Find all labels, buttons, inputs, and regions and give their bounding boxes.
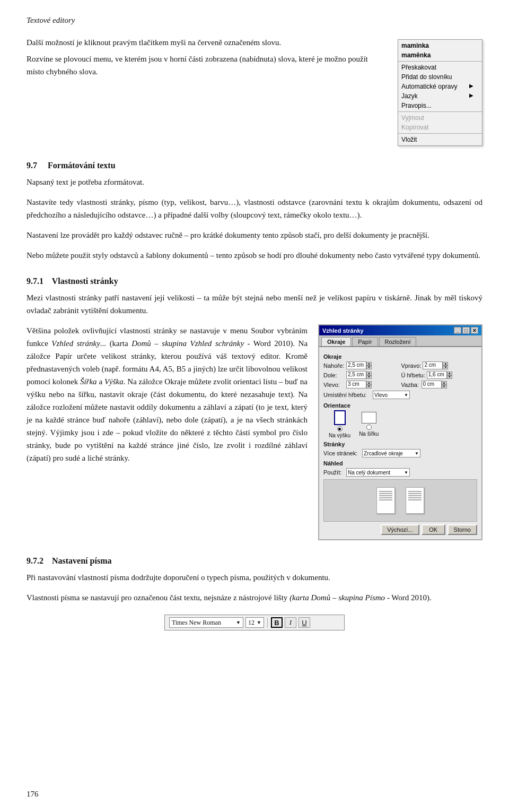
- vpravo-down[interactable]: ▼: [443, 366, 448, 369]
- nahore-spinners: ▲ ▼: [366, 362, 372, 369]
- context-menu-item-vlozit[interactable]: Vložit: [398, 135, 482, 144]
- dialog-uhrbetu-input[interactable]: 1,6 cm ▲ ▼: [427, 371, 452, 379]
- orient-landscape[interactable]: Na šířku: [359, 412, 379, 437]
- underline-button[interactable]: U: [299, 617, 310, 628]
- preview-line: [379, 493, 392, 494]
- font-toolbar: Times New Roman ▼ 12 ▼ B I U: [164, 615, 345, 630]
- vazba-down[interactable]: ▼: [442, 385, 447, 388]
- dole-down[interactable]: ▼: [366, 375, 372, 379]
- uhrbetu-spinners: ▲ ▼: [447, 372, 452, 379]
- preview-lines-left: [379, 491, 392, 502]
- vazba-up[interactable]: ▲: [442, 381, 447, 385]
- dialog-close-btn[interactable]: ✕: [471, 327, 478, 334]
- context-menu-item-mamenka[interactable]: maměnka: [398, 50, 482, 60]
- bold-button[interactable]: B: [271, 617, 283, 628]
- preview-line: [379, 497, 392, 498]
- dialog-vice-dropdown[interactable]: Zrcadlové okraje ▼: [362, 449, 420, 457]
- vice-arrow-icon: ▼: [415, 451, 419, 456]
- section-97-para3: Nebo můžete použít styly odstavců a šabl…: [27, 249, 482, 262]
- vlevo-down[interactable]: ▼: [366, 385, 372, 388]
- dialog-vpravo-input[interactable]: 2 cm ▲ ▼: [423, 361, 448, 369]
- uhrbetu-field[interactable]: 1,6 cm: [427, 371, 447, 379]
- dialog-ok-btn[interactable]: OK: [422, 524, 445, 535]
- dialog-vzhled: Vzhled stránky _ □ ✕ Okraje Papír Rozlož…: [318, 324, 482, 540]
- orient-landscape-label: Na šířku: [359, 431, 379, 437]
- dialog-maximize-btn[interactable]: □: [462, 327, 470, 334]
- dialog-tab-papir[interactable]: Papír: [352, 337, 378, 346]
- vazba-field[interactable]: 0 cm: [422, 381, 442, 388]
- context-menu-separator-1: [398, 61, 482, 62]
- nahore-up[interactable]: ▲: [366, 362, 372, 366]
- dialog-margins-grid: Nahoře: 2,5 cm ▲ ▼ Vpravo: 2 cm: [323, 361, 477, 388]
- page-number-value: 176: [27, 790, 39, 798]
- context-menu-item-maminka[interactable]: maminka: [398, 41, 482, 50]
- nahore-field[interactable]: 2,5 cm: [346, 361, 366, 369]
- dialog-dole-input[interactable]: 2,5 cm ▲ ▼: [346, 371, 372, 379]
- font-name-value: Times New Roman: [172, 619, 221, 627]
- vlevo-field[interactable]: 3 cm: [346, 381, 366, 388]
- uhrbetu-down[interactable]: ▼: [447, 375, 452, 379]
- font-size-dropdown[interactable]: 12 ▼: [245, 617, 264, 628]
- dialog-pouzit-row: Použít: Na celý dokument ▼: [323, 468, 477, 477]
- section-972-para1: Při nastavování vlastností písma dodržuj…: [27, 571, 482, 584]
- dialog-vychozi-btn[interactable]: Výchozí...: [381, 524, 419, 535]
- nahore-down[interactable]: ▼: [366, 366, 372, 369]
- preview-line: [408, 495, 422, 496]
- orient-portrait[interactable]: Na výšku: [329, 410, 350, 438]
- section-972-number: 9.7.2: [27, 556, 43, 565]
- dialog-body: Okraje Nahoře: 2,5 cm ▲ ▼ Vpravo: [319, 347, 481, 539]
- section-971-para1: Mezi vlastnosti stránky patří nastavení …: [27, 291, 482, 317]
- dialog-vazba-input[interactable]: 0 cm ▲ ▼: [422, 381, 447, 388]
- underline-icon: U: [302, 619, 306, 627]
- dialog-vlevo-input[interactable]: 3 cm ▲ ▼: [346, 381, 372, 388]
- italic-icon: I: [289, 618, 292, 627]
- dialog-dole-label: Dole:: [323, 372, 345, 378]
- vpravo-up[interactable]: ▲: [443, 362, 448, 366]
- dialog-umisteni-dropdown[interactable]: Vlevo ▼: [373, 391, 410, 399]
- context-menu-item-automaticke[interactable]: Automatické opravy: [398, 82, 482, 91]
- dialog-uhrbetu-label: Ú hřbetu:: [401, 372, 425, 378]
- preview-line: [379, 491, 392, 492]
- dialog-tab-rozlozeni[interactable]: Rozložení: [379, 337, 417, 346]
- context-menu-item-pravopis[interactable]: Pravopis...: [398, 101, 482, 110]
- uhrbetu-up[interactable]: ▲: [447, 372, 452, 375]
- intro-para1: Další možností je kliknout pravým tlačít…: [27, 37, 387, 49]
- context-menu-item-vyjmout: Vyjmout: [398, 113, 482, 123]
- section-971: 9.7.1 Vlastnosti stránky Mezi vlastnosti…: [27, 277, 482, 540]
- dialog-tab-okraje[interactable]: Okraje: [321, 337, 351, 346]
- vlevo-up[interactable]: ▲: [366, 381, 372, 385]
- vpravo-spinners: ▲ ▼: [443, 362, 448, 369]
- preview-line: [408, 497, 422, 498]
- section-972: 9.7.2 Nastavení písma Při nastavování vl…: [27, 556, 482, 604]
- context-menu-item-pridat[interactable]: Přidat do slovníku: [398, 72, 482, 82]
- page-header-title: Textové editory: [27, 16, 75, 24]
- dialog-pouzit-label: Použít:: [323, 469, 345, 476]
- context-menu-item-preskakovat[interactable]: Přeskakovat: [398, 63, 482, 72]
- context-menu-item-kopirovat: Kopírovat: [398, 123, 482, 132]
- bold-icon: B: [274, 619, 279, 627]
- dialog-margin-dole-row: Dole: 2,5 cm ▲ ▼: [323, 371, 400, 379]
- dole-up[interactable]: ▲: [366, 372, 372, 375]
- section-971-title: Vlastnosti stránky: [52, 277, 118, 286]
- dialog-pouzit-dropdown[interactable]: Na celý dokument ▼: [346, 468, 410, 477]
- section-97-number: 9.7: [27, 161, 37, 170]
- preview-line: [379, 495, 392, 496]
- vpravo-field[interactable]: 2 cm: [423, 361, 443, 369]
- dialog-nahore-label: Nahoře:: [323, 362, 345, 369]
- dialog-umisteni-label: Umístění hřbetu:: [323, 392, 371, 398]
- context-menu: maminka maměnka Přeskakovat Přidat do sl…: [398, 39, 482, 146]
- preview-line: [379, 499, 392, 500]
- context-menu-item-jazyk[interactable]: Jazyk: [398, 91, 482, 101]
- dialog-minimize-btn[interactable]: _: [454, 327, 461, 334]
- italic-button[interactable]: I: [285, 617, 296, 628]
- vazba-spinners: ▲ ▼: [442, 381, 447, 388]
- dialog-nahore-input[interactable]: 2,5 cm ▲ ▼: [346, 361, 372, 369]
- font-name-dropdown[interactable]: Times New Roman ▼: [169, 617, 243, 628]
- dialog-tabs-bar: Okraje Papír Rozložení: [319, 335, 481, 347]
- preview-line: [408, 491, 422, 492]
- orient-landscape-icon: [362, 412, 376, 424]
- dialog-storno-btn[interactable]: Storno: [447, 524, 477, 535]
- section-97-para2: Nastavení lze provádět pro každý odstave…: [27, 229, 482, 241]
- dole-field[interactable]: 2,5 cm: [346, 371, 366, 379]
- page-header: Textové editory: [27, 16, 482, 25]
